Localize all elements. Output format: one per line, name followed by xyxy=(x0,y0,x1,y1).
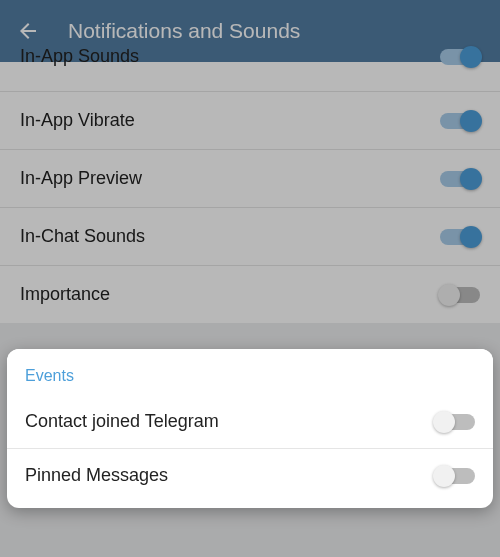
settings-list: In-App Sounds In-App Vibrate In-App Prev… xyxy=(0,62,500,323)
toggle-switch[interactable] xyxy=(435,414,475,430)
section-header-events: Events xyxy=(7,349,493,395)
setting-label: In-App Vibrate xyxy=(20,110,135,131)
toggle-switch[interactable] xyxy=(440,287,480,303)
back-arrow-icon[interactable] xyxy=(16,19,40,43)
toggle-switch[interactable] xyxy=(440,49,480,65)
setting-contact-joined[interactable]: Contact joined Telegram xyxy=(7,395,493,449)
setting-in-chat-sounds[interactable]: In-Chat Sounds xyxy=(0,208,500,266)
toggle-switch[interactable] xyxy=(435,468,475,484)
section-divider xyxy=(0,323,500,341)
toggle-switch[interactable] xyxy=(440,113,480,129)
setting-in-app-sounds[interactable]: In-App Sounds xyxy=(0,62,500,92)
setting-label: Pinned Messages xyxy=(25,465,168,486)
toggle-switch[interactable] xyxy=(440,171,480,187)
setting-label: Contact joined Telegram xyxy=(25,411,219,432)
setting-label: In-Chat Sounds xyxy=(20,226,145,247)
setting-label: In-App Preview xyxy=(20,168,142,189)
setting-label: Importance xyxy=(20,284,110,305)
setting-in-app-preview[interactable]: In-App Preview xyxy=(0,150,500,208)
toggle-switch[interactable] xyxy=(440,229,480,245)
setting-pinned-messages[interactable]: Pinned Messages xyxy=(7,449,493,502)
setting-label: In-App Sounds xyxy=(20,46,139,67)
setting-in-app-vibrate[interactable]: In-App Vibrate xyxy=(0,92,500,150)
setting-importance[interactable]: Importance xyxy=(0,266,500,323)
page-title: Notifications and Sounds xyxy=(68,19,300,43)
events-section-card: Events Contact joined Telegram Pinned Me… xyxy=(7,349,493,508)
